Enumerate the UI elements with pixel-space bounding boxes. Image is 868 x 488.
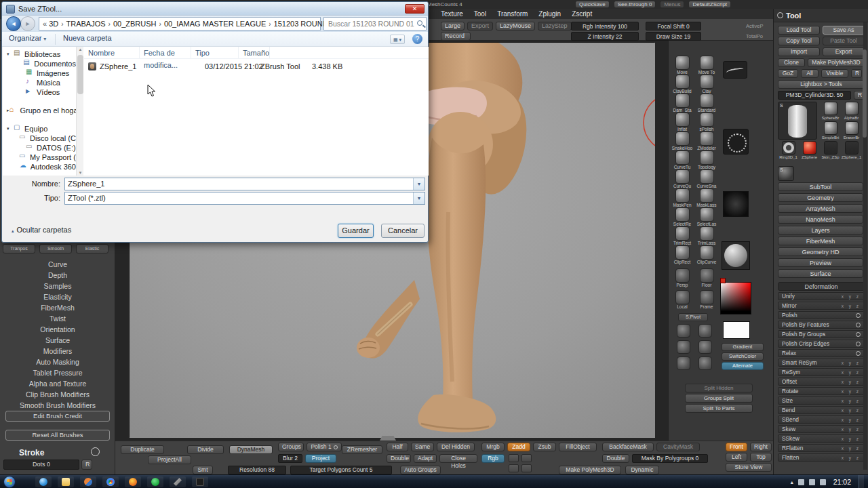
polish-mode-icon[interactable] [334,445,338,449]
deformation-slider[interactable]: Polish By Groups x y z [778,330,865,338]
color-picker[interactable] [720,282,751,314]
deformation-slider[interactable]: ReSym x y z [778,368,865,376]
del-hidden-button[interactable]: Del Hidden [437,443,475,451]
tray-expand-icon[interactable]: ▴ [791,479,793,485]
cancel-button[interactable]: Cancelar [381,224,425,238]
solo-icon[interactable] [698,357,712,370]
brush-palette-item[interactable]: Depth [0,270,115,281]
taskbar-app-icon[interactable] [35,476,52,487]
xyz-axis-toggles[interactable]: x y z [842,361,861,365]
draw-mode-icon[interactable] [509,454,519,462]
groups-split-button[interactable]: Groups Split [685,394,753,403]
brush-palette-item[interactable]: Clip Brush Modifiers [0,389,115,400]
brush-slot[interactable]: SelectLas [694,207,719,226]
taskbar-clock[interactable]: 21:02 [833,478,851,486]
brush-palette-item[interactable]: Orientation [0,324,115,335]
deformation-mode-icon[interactable] [856,332,861,337]
sidebar-folder-item[interactable]: My Passport (I:) [3,152,76,162]
xyz-axis-toggles[interactable]: x y z [842,380,861,384]
filetype-dropdown-icon[interactable]: ▼ [413,192,425,204]
view-front-button[interactable]: Front [726,443,747,451]
xyz-axis-toggles[interactable]: x y z [842,399,861,403]
deformation-mode-icon[interactable] [856,342,861,346]
make-polymesh3d-button[interactable]: Make PolyMesh3D [808,58,865,67]
view-left-button[interactable]: Left [726,453,747,462]
xyz-axis-toggles[interactable]: x y z [842,455,861,460]
brush-slot[interactable]: MaskPen [670,188,694,207]
column-header[interactable]: Tamaño [239,47,270,58]
save-button[interactable]: Guardar [338,224,374,238]
xyz-axis-toggles[interactable]: x y z [842,446,861,451]
hide-folders-button[interactable]: ▴Ocultar carpetas [12,226,71,234]
column-header[interactable]: Tipo [191,47,239,58]
polish-button[interactable]: Polish 1 [307,443,342,451]
split-hidden-button[interactable]: Split Hidden [685,384,753,392]
brush-slot[interactable]: ClipCurve [694,245,719,264]
xyz-axis-toggles[interactable]: x y z [842,427,861,432]
deformation-slider[interactable]: Polish x y z [778,311,865,319]
deformation-mode-icon[interactable] [856,313,861,318]
taskbar-app-icon[interactable] [170,476,186,487]
tool-subpalette[interactable]: Geometry [778,193,863,202]
deformation-slider[interactable]: Size x y z [778,396,865,405]
auto-groups-button[interactable]: Auto Groups [400,466,441,474]
xpose-icon[interactable] [677,357,690,370]
current-tool-thumbnail[interactable]: S [778,102,817,140]
load-tool-button[interactable]: Load Tool [778,26,820,35]
xyz-axis-toggles[interactable]: x y z [842,436,861,441]
sidebar-folder-item[interactable]: Vídeos [3,87,76,97]
groups-button[interactable]: Groups [278,443,304,451]
top-quick-button[interactable]: Menus [660,1,684,8]
rgb-intensity-slider[interactable]: Rgb Intensity 100 [571,22,639,30]
sidebar-folder-item[interactable]: ▸ Grupo en el hogar [3,106,76,115]
deformation-slider[interactable]: Flatten x y z [778,453,865,462]
current-tool-slider[interactable]: PM3D_Cylinder3D. 50 [778,91,851,100]
aahalf-icon[interactable] [698,340,712,354]
view-right-button[interactable]: Right [750,443,772,451]
save-as-button[interactable]: Save As [823,26,865,35]
divide-button[interactable]: Divide [187,445,224,454]
lightbox-tools-button[interactable]: Lightbox > Tools [778,80,865,89]
view-top-button[interactable]: Top [750,453,772,462]
sidebar-folder-item[interactable]: Imágenes [3,68,76,78]
taskbar-app-icon[interactable] [125,476,141,487]
deformation-slider[interactable]: Mirror x y z [778,302,865,310]
view-options-icon[interactable]: ▦ ▾ [390,35,405,44]
dialog-title-bar[interactable]: Save ZTool... [2,2,428,16]
brush-palette-item[interactable]: Surface [0,335,115,346]
cavity-mask-button[interactable]: CavityMask [656,443,700,451]
top-quick-button[interactable]: DefaultZScript [688,1,731,8]
breadcrumb[interactable]: « 3D›TRABAJOS›00_ZBRUSH›00_IAMAG MASTER … [39,17,321,30]
floor-button[interactable]: Floor [694,268,719,287]
tool-subpalette[interactable]: SubTool [778,182,863,191]
sidebar-folder-item[interactable]: Disco local (C:) [3,134,76,143]
quick-pick-item[interactable]: ZSphere [799,141,820,161]
tool-subpalette[interactable]: Surface [778,269,863,278]
quick-pick-item[interactable]: Ring3D_1 [778,141,799,161]
texture-mode-icon[interactable] [521,464,532,472]
store-view-button[interactable]: Store View [726,463,772,472]
split-to-parts-button[interactable]: Split To Parts [685,404,753,413]
brush-palette-item[interactable]: Auto Masking [0,357,115,367]
brush-slot[interactable]: CurveSna [694,169,719,188]
quick-pick-item[interactable]: SimpleBri [820,121,841,141]
brush-palette-item[interactable]: Alpha and Texture [0,378,115,389]
local-button[interactable]: Local [670,290,694,309]
quick-pick-item[interactable]: ZSphere_1 [841,141,862,161]
edit-brush-credit-button[interactable]: Edit Brush Credit [5,411,110,422]
show-desktop-button[interactable] [859,475,864,488]
expander-icon[interactable]: ▾ [7,126,14,131]
goz-button[interactable]: GoZ [778,69,798,78]
quick-pick-item[interactable]: Skin_ZSp [820,141,841,161]
target-polygons-slider[interactable]: Target Polygons Count 5 [290,466,392,474]
stroke-type-icon[interactable] [723,61,747,79]
same-button[interactable]: Same [411,443,434,451]
tray-language-icon[interactable] [820,479,826,485]
sidebar-folder-item[interactable]: Música [3,78,76,87]
menu-item[interactable]: Zscript [572,10,592,18]
frame-button[interactable]: Frame [694,290,719,309]
brush-slot[interactable]: SnakeHoo [670,131,694,150]
persp-button[interactable]: Persp [670,268,694,287]
taskbar-app-icon[interactable] [58,476,74,487]
close-button[interactable]: ✕ [405,4,425,14]
